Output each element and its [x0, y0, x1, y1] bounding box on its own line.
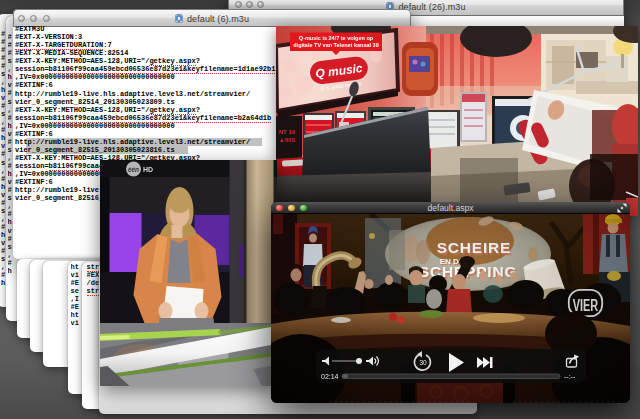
- svg-text:30: 30: [419, 359, 427, 366]
- svg-text:NT 19: NT 19: [279, 129, 296, 135]
- svg-text:HD: HD: [143, 166, 153, 173]
- svg-text:02:14: 02:14: [321, 373, 339, 380]
- svg-text:▲60S: ▲60S: [279, 137, 296, 143]
- svg-text:digitale TV van Telenet kanaal: digitale TV van Telenet kanaal 39: [293, 42, 379, 48]
- svg-text:Q-music is 24/7 te volgen op: Q-music is 24/7 te volgen op: [299, 35, 374, 41]
- svg-text:--:--: --:--: [564, 373, 576, 380]
- svg-text:één: één: [128, 166, 139, 173]
